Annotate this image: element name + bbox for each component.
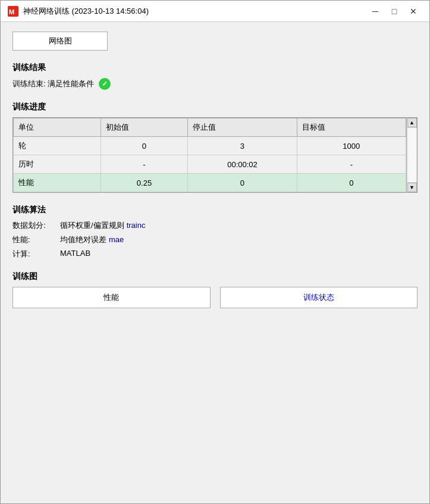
table-cell-0-0: 轮 <box>14 137 101 155</box>
algo-code-0: trainc <box>127 221 146 230</box>
chart-button-0[interactable]: 性能 <box>12 287 211 308</box>
algo-row-0: 数据划分:循环权重/偏置规则trainc <box>12 220 418 231</box>
algorithm-title: 训练算法 <box>12 205 418 215</box>
chart-button-1[interactable]: 训练状态 <box>220 287 418 308</box>
close-button[interactable]: ✕ <box>404 5 422 18</box>
content-area: 网络图 训练结果 训练结束: 满足性能条件 ✓ 训练进度 单位 初始值 <box>1 22 429 503</box>
table-row: 轮031000 <box>14 137 406 155</box>
algorithm-section: 训练算法 数据划分:循环权重/偏置规则trainc性能:均值绝对误差mae计算:… <box>12 205 418 259</box>
algo-label-2: 计算: <box>12 249 60 259</box>
svg-text:M: M <box>9 8 14 15</box>
window-title: 神经网络训练 (2023-10-13 14:56:04) <box>23 6 366 17</box>
success-check-icon: ✓ <box>99 78 111 90</box>
progress-title: 训练进度 <box>12 102 418 112</box>
algo-value-0: 循环权重/偏置规则trainc <box>60 220 145 231</box>
algo-label-1: 性能: <box>12 234 60 245</box>
table-cell-1-3: - <box>297 155 406 174</box>
algo-row-2: 计算:MATLAB <box>12 249 418 259</box>
matlab-icon: M <box>8 6 18 17</box>
result-text-row: 训练结束: 满足性能条件 ✓ <box>12 78 418 90</box>
table-cell-2-3: 0 <box>297 174 406 192</box>
col-header-init: 初始值 <box>101 118 188 137</box>
result-title: 训练结果 <box>12 62 418 73</box>
chart-title: 训练图 <box>12 271 418 282</box>
table-cell-2-2: 0 <box>188 174 297 192</box>
scrollbar-track[interactable] <box>407 127 417 183</box>
algo-value-1: 均值绝对误差mae <box>60 234 124 245</box>
scrollbar-up-button[interactable]: ▲ <box>407 118 417 127</box>
chart-buttons: 性能训练状态 <box>12 287 418 308</box>
col-header-stop: 停止值 <box>188 118 297 137</box>
algo-label-0: 数据划分: <box>12 220 60 231</box>
col-header-unit: 单位 <box>14 118 101 137</box>
progress-section: 训练进度 单位 初始值 停止值 目标值 轮031000 <box>12 102 418 193</box>
algo-row-1: 性能:均值绝对误差mae <box>12 234 418 245</box>
window-controls: ─ □ ✕ <box>366 5 422 18</box>
col-header-target: 目标值 <box>297 118 406 137</box>
network-diagram-button[interactable]: 网络图 <box>12 32 108 51</box>
progress-table: 单位 初始值 停止值 目标值 轮031000历时-00:00:02-性能0.25… <box>13 118 406 192</box>
table-cell-0-3: 1000 <box>297 137 406 155</box>
table-row: 历时-00:00:02- <box>14 155 406 174</box>
scrollbar-down-button[interactable]: ▼ <box>407 183 417 192</box>
table-row: 性能0.2500 <box>14 174 406 192</box>
algorithm-rows: 数据划分:循环权重/偏置规则trainc性能:均值绝对误差mae计算:MATLA… <box>12 220 418 259</box>
table-cell-0-1: 0 <box>101 137 188 155</box>
main-window: M 神经网络训练 (2023-10-13 14:56:04) ─ □ ✕ 网络图… <box>0 0 430 504</box>
algo-value-2: MATLAB <box>60 249 90 259</box>
table-cell-1-2: 00:00:02 <box>188 155 297 174</box>
progress-table-container: 单位 初始值 停止值 目标值 轮031000历时-00:00:02-性能0.25… <box>12 117 418 193</box>
title-bar: M 神经网络训练 (2023-10-13 14:56:04) ─ □ ✕ <box>1 1 429 22</box>
table-cell-1-0: 历时 <box>14 155 101 174</box>
table-cell-2-1: 0.25 <box>101 174 188 192</box>
maximize-button[interactable]: □ <box>385 5 403 18</box>
result-status-text: 训练结束: 满足性能条件 <box>12 79 94 89</box>
network-btn-row: 网络图 <box>12 32 418 51</box>
table-scrollbar[interactable]: ▲ ▼ <box>406 118 417 192</box>
algo-code-1: mae <box>109 235 124 244</box>
result-section: 训练结果 训练结束: 满足性能条件 ✓ <box>12 62 418 90</box>
table-cell-0-2: 3 <box>188 137 297 155</box>
chart-section: 训练图 性能训练状态 <box>12 271 418 308</box>
table-cell-1-1: - <box>101 155 188 174</box>
progress-table-main: 单位 初始值 停止值 目标值 轮031000历时-00:00:02-性能0.25… <box>13 118 406 192</box>
table-cell-2-0: 性能 <box>14 174 101 192</box>
minimize-button[interactable]: ─ <box>366 5 384 18</box>
